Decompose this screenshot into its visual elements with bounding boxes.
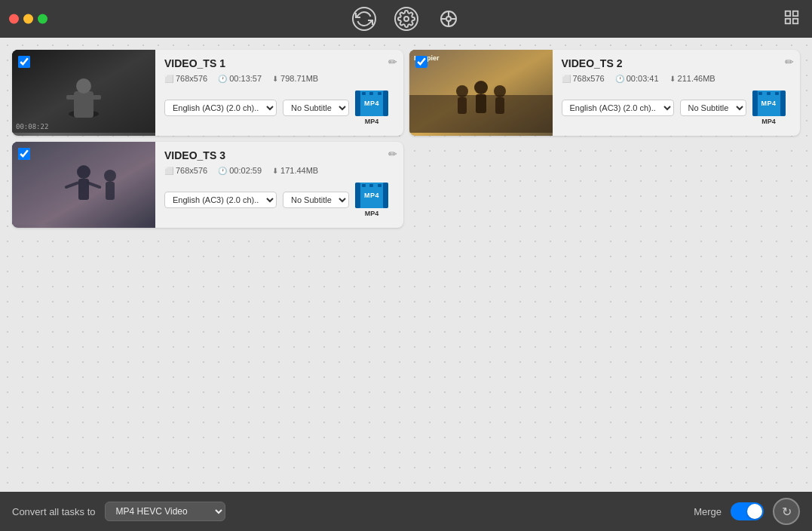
video-3-size: ⬇ 171.44MB — [272, 166, 318, 175]
svg-point-2 — [446, 17, 451, 21]
maximize-button[interactable] — [38, 14, 47, 24]
svg-point-35 — [104, 170, 116, 182]
video-1-title: VIDEO_TS 1 — [164, 57, 394, 69]
sprocket — [767, 92, 771, 95]
close-button[interactable] — [9, 14, 19, 24]
svg-rect-9 — [786, 19, 790, 23]
svg-point-24 — [474, 81, 488, 94]
video-1-resolution: ⬜ 768x576 — [164, 74, 207, 83]
video-card-2: Happier VIDEO_TS 2 ⬜ 768x576 🕐 00:03:41 … — [409, 50, 801, 136]
video-3-audio-select[interactable]: English (AC3) (2.0 ch).. — [164, 192, 277, 208]
svg-rect-16 — [66, 95, 75, 100]
video-3-title: VIDEO_TS 3 — [164, 149, 394, 161]
titlebar-icons — [352, 7, 461, 31]
video-1-info: VIDEO_TS 1 ⬜ 768x576 🕐 00:13:57 ⬇ 798.71… — [155, 50, 403, 136]
svg-rect-23 — [458, 97, 467, 114]
layout-icon[interactable] — [783, 9, 800, 29]
bottom-bar: Convert all tasks to MP4 HEVC Video MP4 … — [0, 492, 812, 531]
video-3-duration: 🕐 00:02:59 — [218, 166, 262, 175]
svg-rect-27 — [495, 97, 504, 114]
sprocket — [362, 184, 366, 187]
video-1-thumbnail: 00:08:22 — [12, 50, 155, 136]
video-1-format: MP4 MP4 — [355, 91, 388, 125]
clock-icon: 🕐 — [218, 167, 227, 175]
video-card-3: VIDEO_TS 3 ⬜ 768x576 🕐 00:02:59 ⬇ 171.44… — [12, 142, 403, 228]
svg-text:00:08:22: 00:08:22 — [16, 123, 48, 130]
mp4-icon: MP4 — [752, 91, 786, 116]
svg-rect-10 — [793, 19, 798, 23]
monitor-icon: ⬜ — [164, 167, 173, 175]
video-1-checkbox[interactable] — [18, 56, 30, 68]
monitor-icon: ⬜ — [164, 75, 173, 83]
traffic-lights — [9, 14, 47, 24]
video-1-audio-select[interactable]: English (AC3) (2.0 ch).. — [164, 100, 277, 116]
sprocket — [362, 92, 366, 95]
convert-select[interactable]: MP4 HEVC Video MP4 H.264 Video MKV Video… — [105, 502, 225, 521]
svg-rect-7 — [786, 11, 790, 16]
download-icon: ⬇ — [272, 167, 278, 175]
video-1-duration: 🕐 00:13:57 — [218, 74, 262, 83]
svg-rect-36 — [106, 182, 115, 200]
sprocket — [775, 92, 779, 95]
svg-point-15 — [76, 78, 91, 94]
minimize-button[interactable] — [23, 14, 33, 24]
settings-icon[interactable] — [394, 7, 418, 31]
sprockets — [361, 92, 382, 95]
video-3-resolution: ⬜ 768x576 — [164, 166, 207, 175]
video-1-controls: English (AC3) (2.0 ch).. No Subtitle MP4 — [164, 91, 394, 125]
monitor-icon: ⬜ — [562, 75, 571, 83]
video-2-audio-select[interactable]: English (AC3) (2.0 ch).. — [562, 100, 674, 116]
svg-point-26 — [494, 85, 506, 97]
toggle-thumb — [747, 504, 762, 519]
video-3-subtitle-select[interactable]: No Subtitle — [283, 192, 349, 208]
film-icon[interactable] — [437, 7, 461, 31]
main-content: 00:08:22 VIDEO_TS 1 ⬜ 768x576 🕐 00:13:57… — [0, 38, 812, 492]
video-1-edit-icon[interactable]: ✏ — [388, 56, 397, 68]
svg-point-22 — [456, 85, 468, 97]
video-1-meta: ⬜ 768x576 🕐 00:13:57 ⬇ 798.71MB — [164, 74, 394, 83]
video-2-edit-icon[interactable]: ✏ — [785, 56, 794, 68]
merge-toggle[interactable] — [731, 502, 764, 520]
download-icon: ⬇ — [272, 75, 278, 83]
video-3-checkbox[interactable] — [18, 148, 30, 160]
refresh-button[interactable]: ↻ — [773, 498, 800, 525]
video-2-thumbnail: Happier — [409, 50, 553, 136]
format-label: MP4 — [761, 118, 776, 125]
video-2-title: VIDEO_TS 2 — [562, 57, 792, 69]
video-2-format: MP4 MP4 — [752, 91, 786, 125]
format-text: MP4 — [364, 192, 379, 199]
video-2-resolution: ⬜ 768x576 — [562, 74, 605, 83]
sprocket — [378, 92, 381, 95]
format-label: MP4 — [365, 210, 379, 217]
video-card-1: 00:08:22 VIDEO_TS 1 ⬜ 768x576 🕐 00:13:57… — [12, 50, 403, 136]
svg-point-0 — [404, 17, 409, 21]
video-3-edit-icon[interactable]: ✏ — [388, 148, 397, 160]
download-icon: ⬇ — [670, 75, 676, 83]
video-3-controls: English (AC3) (2.0 ch).. No Subtitle MP4 — [164, 183, 394, 217]
video-3-format: MP4 MP4 — [355, 183, 388, 217]
mp4-icon: MP4 — [355, 91, 388, 116]
video-2-duration: 🕐 00:03:41 — [615, 74, 659, 83]
clock-icon: 🕐 — [615, 75, 624, 83]
svg-rect-25 — [476, 94, 486, 113]
titlebar — [0, 0, 812, 38]
video-2-subtitle-select[interactable]: No Subtitle — [680, 100, 746, 116]
video-3-meta: ⬜ 768x576 🕐 00:02:59 ⬇ 171.44MB — [164, 166, 394, 175]
format-label: MP4 — [365, 118, 379, 125]
clock-icon: 🕐 — [218, 75, 227, 83]
svg-rect-8 — [793, 11, 798, 16]
restore-icon[interactable] — [352, 7, 376, 31]
video-2-info: VIDEO_TS 2 ⬜ 768x576 🕐 00:03:41 ⬇ 211.46… — [553, 50, 801, 136]
sprocket — [369, 92, 373, 95]
format-text: MP4 — [364, 100, 379, 107]
format-text: MP4 — [761, 100, 776, 107]
video-1-size: ⬇ 798.71MB — [272, 74, 318, 83]
video-3-thumbnail — [12, 142, 155, 228]
video-2-checkbox[interactable] — [415, 56, 427, 68]
mp4-icon: MP4 — [355, 183, 388, 208]
video-2-controls: English (AC3) (2.0 ch).. No Subtitle MP4 — [562, 91, 792, 125]
video-2-size: ⬇ 211.46MB — [670, 74, 715, 83]
video-1-subtitle-select[interactable]: No Subtitle — [283, 100, 349, 116]
svg-rect-14 — [74, 91, 93, 118]
svg-point-31 — [77, 165, 90, 179]
